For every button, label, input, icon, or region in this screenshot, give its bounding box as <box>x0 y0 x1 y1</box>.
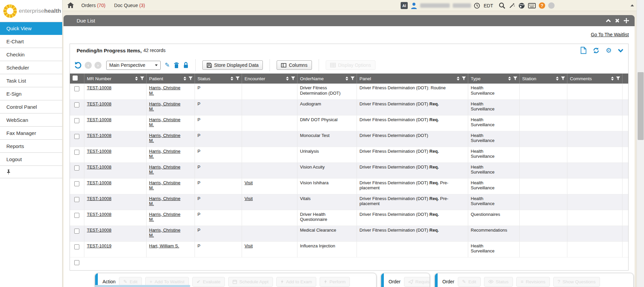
row-checkbox[interactable] <box>74 134 79 139</box>
sort-icon[interactable] <box>457 77 459 81</box>
delete-perspective-icon[interactable] <box>174 62 179 68</box>
patient-link[interactable]: Harris, Christine M. <box>149 180 185 191</box>
gear-icon[interactable]: ⚙ <box>606 47 612 54</box>
columns-button[interactable]: Columns <box>277 60 312 70</box>
encounter-link[interactable]: Visit <box>245 180 253 185</box>
col-header-comments[interactable]: Comments <box>567 74 622 84</box>
patient-link[interactable]: Harris, Christine M. <box>149 196 185 206</box>
encounter-link[interactable]: Visit <box>245 243 253 248</box>
sidebar-item-fax-manager[interactable]: Fax Manager <box>0 127 62 140</box>
mr-number-link[interactable]: TEST-10008 <box>87 180 112 185</box>
edit-perspective-icon[interactable]: ✎ <box>165 61 170 69</box>
help-icon[interactable]: ? <box>539 2 545 9</box>
collapse-icon[interactable] <box>606 19 611 22</box>
sort-icon[interactable] <box>611 77 614 81</box>
sidebar-item-scheduler[interactable]: Scheduler <box>0 61 62 74</box>
col-header-status[interactable]: Status <box>195 74 242 84</box>
sort-icon[interactable] <box>346 77 348 81</box>
row-checkbox[interactable] <box>74 229 79 234</box>
sort-icon[interactable] <box>286 77 289 81</box>
mr-number-link[interactable]: TEST-10008 <box>87 85 112 90</box>
patient-link[interactable]: Harris, Christine M. <box>149 133 185 143</box>
home-icon[interactable] <box>67 2 74 8</box>
mr-number-link[interactable]: TEST-10019 <box>87 243 112 248</box>
filter-icon[interactable] <box>561 77 565 81</box>
close-icon[interactable] <box>615 18 619 23</box>
row-checkbox[interactable] <box>74 102 79 107</box>
sidebar-item-logout[interactable]: Logout <box>0 153 62 166</box>
user-icon[interactable] <box>411 2 417 9</box>
mr-number-link[interactable]: TEST-10008 <box>87 149 112 154</box>
filter-icon[interactable] <box>291 77 295 81</box>
col-header-ordername[interactable]: OrderName <box>297 74 357 84</box>
store-displayed-data-button[interactable]: Store Displayed Data <box>202 60 263 70</box>
clock-icon[interactable] <box>474 3 480 9</box>
mr-number-link[interactable]: TEST-10008 <box>87 212 112 217</box>
filter-icon[interactable] <box>189 77 193 81</box>
patient-link[interactable]: Harris, Christine M. <box>149 85 185 96</box>
mr-number-link[interactable]: TEST-10008 <box>87 117 112 122</box>
page-scrollbar[interactable] <box>637 0 644 287</box>
sidebar-item-reports[interactable]: Reports <box>0 140 62 153</box>
sort-icon[interactable] <box>556 77 559 81</box>
filter-icon[interactable] <box>351 77 355 81</box>
globe-icon[interactable] <box>518 2 525 9</box>
nav-doc-queue[interactable]: Doc Queue (3) <box>114 3 145 8</box>
sidebar-pin[interactable] <box>0 166 62 178</box>
sidebar-item-e-chart[interactable]: E-Chart <box>0 35 62 48</box>
col-header-panel[interactable]: Panel <box>357 74 468 84</box>
row-checkbox[interactable] <box>74 165 79 171</box>
patient-link[interactable]: Harris, Christine M. <box>149 101 185 112</box>
move-icon[interactable] <box>623 18 629 23</box>
sidebar-item-task-list[interactable]: Task List <box>0 74 62 87</box>
sidebar-item-webscan[interactable]: WebScan <box>0 113 62 127</box>
sort-icon[interactable] <box>508 77 511 81</box>
nav-orders[interactable]: Orders (70) <box>81 3 106 8</box>
patient-link[interactable]: Harris, Christine M. <box>149 149 185 159</box>
sort-icon[interactable] <box>135 77 138 81</box>
mr-number-link[interactable]: TEST-10008 <box>87 164 112 170</box>
filter-icon[interactable] <box>140 77 144 81</box>
row-checkbox[interactable] <box>74 213 79 218</box>
row-checkbox[interactable] <box>74 118 79 123</box>
footer-checkbox[interactable] <box>74 260 79 265</box>
perspective-select[interactable]: Main Perspective <box>106 61 161 70</box>
ai-badge[interactable]: AI <box>401 2 408 9</box>
row-checkbox[interactable] <box>74 197 79 202</box>
select-all-checkbox[interactable] <box>73 76 78 81</box>
sort-icon[interactable] <box>231 77 233 81</box>
sidebar-item-checkin[interactable]: Checkin <box>0 48 62 61</box>
filter-icon[interactable] <box>616 77 620 81</box>
avatar[interactable] <box>548 2 555 9</box>
col-header-station[interactable]: Station <box>519 74 567 84</box>
row-checkbox[interactable] <box>74 86 79 91</box>
patient-link[interactable]: Harris, Christine M. <box>149 117 185 128</box>
mr-number-link[interactable]: TEST-10008 <box>87 228 112 233</box>
new-document-icon[interactable] <box>580 47 587 54</box>
patient-link[interactable]: Hart, William S. <box>149 243 179 249</box>
col-header-encounter[interactable]: Encounter <box>242 74 297 84</box>
mr-number-link[interactable]: TEST-10008 <box>87 196 112 201</box>
row-checkbox[interactable] <box>74 150 79 155</box>
undo-icon[interactable] <box>74 61 82 69</box>
refresh-icon[interactable] <box>593 47 600 54</box>
lock-icon[interactable] <box>183 62 189 68</box>
encounter-link[interactable]: Visit <box>245 196 253 201</box>
col-header-type[interactable]: Type <box>468 74 519 84</box>
filter-icon[interactable] <box>462 77 466 81</box>
go-to-waitlist-link[interactable]: Go To The Waitlist <box>591 32 629 37</box>
sort-icon[interactable] <box>184 77 186 81</box>
filter-icon[interactable] <box>236 77 240 81</box>
patient-link[interactable]: Harris, Christine M. <box>149 212 185 222</box>
col-header-patient[interactable]: Patient <box>146 74 195 84</box>
mr-number-link[interactable]: TEST-10008 <box>87 133 112 138</box>
horizontal-scrollbar[interactable] <box>95 285 190 287</box>
patient-link[interactable]: Harris, Christine M. <box>149 228 185 238</box>
patient-link[interactable]: Harris, Christine M. <box>149 164 185 175</box>
select-all-header[interactable] <box>70 74 84 84</box>
mr-number-link[interactable]: TEST-10008 <box>87 101 112 106</box>
row-checkbox[interactable] <box>74 181 79 186</box>
search-icon[interactable] <box>499 2 506 9</box>
sidebar-item-control-panel[interactable]: Control Panel <box>0 100 62 113</box>
keyboard-icon[interactable] <box>528 3 536 8</box>
